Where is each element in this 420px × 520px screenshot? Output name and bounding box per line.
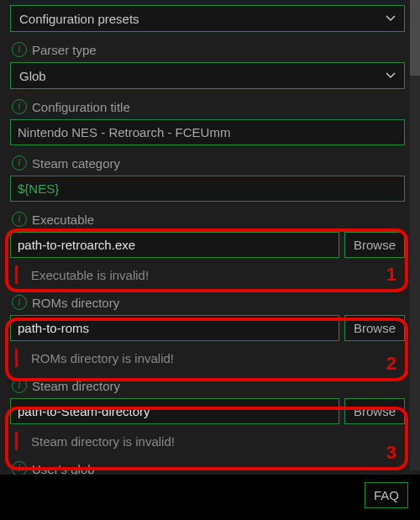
info-icon[interactable]: i	[12, 378, 27, 393]
info-icon[interactable]: i	[12, 42, 27, 57]
info-icon[interactable]: i	[12, 155, 27, 171]
roms-dir-error-text: ROMs directory is invalid!	[31, 351, 174, 365]
chevron-down-icon	[386, 13, 396, 24]
error-bar-icon	[15, 432, 18, 450]
steam-dir-input[interactable]: path-to-Steam-directory	[10, 398, 339, 424]
executable-input[interactable]: path-to-retroarch.exe	[10, 232, 339, 258]
info-icon[interactable]: i	[12, 212, 27, 227]
roms-dir-input-row: path-to-roms Browse	[10, 315, 405, 341]
steam-dir-label-row: i Steam directory	[10, 373, 405, 398]
parser-type-label: Parser type	[32, 43, 97, 57]
roms-dir-error-row: ROMs directory is invalid!	[10, 344, 405, 371]
error-bar-icon	[15, 349, 18, 367]
config-presets-label: Configuration presets	[19, 12, 139, 26]
steam-dir-error-text: Steam directory is invalid!	[31, 434, 175, 449]
steam-dir-label: Steam directory	[32, 379, 120, 393]
executable-input-row: path-to-retroarch.exe Browse	[10, 232, 405, 258]
config-title-label-row: i Configuration title	[10, 94, 405, 119]
info-icon[interactable]: i	[12, 295, 27, 310]
executable-label-row: i Executable	[10, 207, 405, 232]
steam-dir-browse-button[interactable]: Browse	[344, 398, 405, 424]
users-glob-label: User's glob	[32, 462, 95, 476]
steam-dir-input-row: path-to-Steam-directory Browse	[10, 398, 405, 424]
executable-error-text: Executable is invalid!	[31, 268, 149, 282]
roms-dir-input[interactable]: path-to-roms	[10, 315, 339, 341]
parser-type-value: Glob	[19, 69, 46, 83]
chevron-down-icon	[386, 71, 396, 81]
roms-dir-label: ROMs directory	[32, 296, 119, 310]
config-title-input[interactable]: Nintendo NES - Retroarch - FCEUmm	[10, 119, 405, 145]
executable-browse-button[interactable]: Browse	[344, 232, 405, 258]
info-icon[interactable]: i	[12, 99, 27, 114]
steam-dir-error-row: Steam directory is invalid!	[10, 428, 405, 454]
parser-type-dropdown[interactable]: Glob	[10, 62, 405, 89]
config-presets-dropdown[interactable]: Configuration presets	[10, 5, 405, 32]
bottom-bar	[0, 475, 420, 520]
steam-category-label: Steam category	[32, 156, 120, 171]
steam-category-label-row: i Steam category	[10, 150, 405, 176]
faq-button[interactable]: FAQ	[365, 482, 408, 508]
error-bar-icon	[15, 265, 18, 284]
parser-type-label-row: i Parser type	[10, 37, 405, 62]
config-title-label: Configuration title	[32, 100, 130, 114]
steam-category-input[interactable]: ${NES}	[10, 176, 405, 202]
executable-label: Executable	[32, 213, 94, 227]
executable-error-row: Executable is invalid!	[10, 261, 405, 288]
roms-dir-label-row: i ROMs directory	[10, 290, 405, 315]
scrollbar-thumb[interactable]	[410, 0, 420, 76]
scrollbar-track[interactable]	[410, 0, 420, 470]
roms-dir-browse-button[interactable]: Browse	[344, 315, 405, 341]
parser-config-panel: Configuration presets i Parser type Glob…	[0, 0, 420, 520]
